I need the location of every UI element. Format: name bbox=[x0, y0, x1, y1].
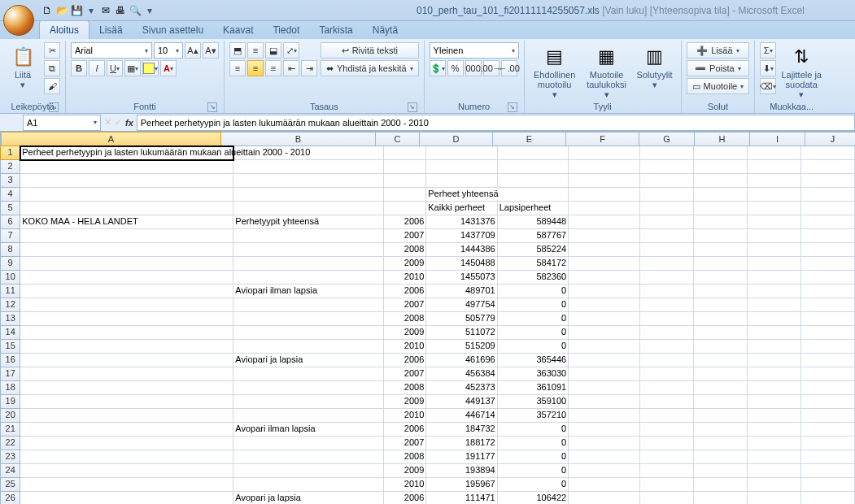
border-button[interactable]: ▦▾ bbox=[124, 60, 141, 76]
cell[interactable] bbox=[694, 271, 748, 285]
cell[interactable] bbox=[20, 243, 233, 257]
cell[interactable] bbox=[748, 423, 801, 437]
cell[interactable]: 2008 bbox=[384, 381, 427, 395]
row-header[interactable]: 12 bbox=[0, 298, 20, 312]
row-header[interactable]: 24 bbox=[0, 464, 20, 478]
cell[interactable] bbox=[569, 215, 639, 229]
cell[interactable]: 2006 bbox=[384, 492, 427, 504]
cell[interactable]: 0 bbox=[498, 326, 569, 340]
indent-dec-button[interactable]: ⇤ bbox=[283, 60, 299, 76]
cell[interactable]: 0 bbox=[498, 285, 569, 298]
cell[interactable]: 1450488 bbox=[426, 257, 497, 271]
cell[interactable] bbox=[640, 367, 694, 381]
underline-button[interactable]: U▾ bbox=[107, 60, 123, 76]
cell[interactable] bbox=[694, 450, 748, 464]
cell[interactable] bbox=[233, 257, 383, 271]
cell[interactable] bbox=[640, 478, 694, 492]
cell[interactable]: 2007 bbox=[384, 229, 427, 243]
cell[interactable]: 456384 bbox=[426, 367, 497, 381]
cell[interactable] bbox=[384, 146, 427, 160]
cell[interactable] bbox=[20, 340, 233, 354]
cell[interactable] bbox=[569, 229, 639, 243]
cell[interactable] bbox=[426, 160, 497, 174]
cell[interactable] bbox=[233, 478, 383, 492]
cell[interactable] bbox=[801, 492, 855, 504]
cell[interactable] bbox=[233, 312, 383, 326]
cell[interactable] bbox=[233, 395, 383, 409]
cell[interactable]: 2006 bbox=[384, 285, 427, 298]
cell[interactable] bbox=[694, 243, 748, 257]
cell[interactable] bbox=[748, 174, 801, 188]
tab-view[interactable]: Näytä bbox=[363, 21, 408, 39]
cell[interactable] bbox=[640, 174, 694, 188]
cell[interactable]: 363030 bbox=[498, 367, 569, 381]
dec-decimal-button[interactable]: ←.00 bbox=[501, 60, 517, 76]
cell[interactable]: 2010 bbox=[384, 340, 427, 354]
cell[interactable] bbox=[569, 326, 639, 340]
cell[interactable] bbox=[640, 202, 694, 215]
font-color-button[interactable]: A▾ bbox=[160, 60, 177, 76]
cell[interactable] bbox=[694, 146, 748, 160]
cell[interactable]: 2007 bbox=[384, 298, 427, 312]
cell[interactable]: 2006 bbox=[384, 215, 427, 229]
row-header[interactable]: 4 bbox=[0, 188, 20, 202]
cell[interactable] bbox=[694, 367, 748, 381]
cell[interactable] bbox=[498, 174, 569, 188]
row-header[interactable]: 16 bbox=[0, 354, 20, 367]
cell[interactable] bbox=[640, 243, 694, 257]
cell[interactable] bbox=[694, 354, 748, 367]
cell[interactable] bbox=[694, 437, 748, 450]
cell[interactable] bbox=[20, 298, 233, 312]
cell[interactable] bbox=[20, 188, 233, 202]
qat-save-dropdown[interactable]: ▾ bbox=[85, 4, 98, 17]
row-header[interactable]: 3 bbox=[0, 174, 20, 188]
cell[interactable] bbox=[640, 423, 694, 437]
cell[interactable] bbox=[694, 478, 748, 492]
cell[interactable] bbox=[748, 229, 801, 243]
row-header[interactable]: 17 bbox=[0, 367, 20, 381]
cell[interactable] bbox=[748, 450, 801, 464]
cell[interactable] bbox=[801, 257, 855, 271]
number-format-select[interactable]: Yleinen▾ bbox=[430, 42, 519, 59]
cell[interactable] bbox=[640, 257, 694, 271]
cell[interactable] bbox=[20, 464, 233, 478]
cell-styles-button[interactable]: ▥ Solutyylit▾ bbox=[634, 42, 676, 89]
cell[interactable]: 489701 bbox=[426, 285, 497, 298]
cell[interactable] bbox=[640, 160, 694, 174]
conditional-formatting-button[interactable]: ▤ Ehdollinen muotoilu▾ bbox=[530, 42, 580, 99]
cell[interactable]: 2008 bbox=[384, 312, 427, 326]
cell[interactable]: 365446 bbox=[498, 354, 569, 367]
font-name-select[interactable]: Arial▾ bbox=[71, 42, 152, 59]
cell[interactable] bbox=[569, 174, 639, 188]
cell[interactable] bbox=[801, 215, 855, 229]
row-header[interactable]: 18 bbox=[0, 381, 20, 395]
cell[interactable] bbox=[233, 188, 383, 202]
cell[interactable]: 0 bbox=[498, 437, 569, 450]
cell[interactable] bbox=[640, 354, 694, 367]
cell[interactable]: 1444386 bbox=[426, 243, 497, 257]
cell[interactable]: 2010 bbox=[384, 271, 427, 285]
column-header-F[interactable]: F bbox=[566, 132, 639, 146]
cell[interactable] bbox=[569, 160, 639, 174]
cell[interactable] bbox=[233, 326, 383, 340]
cell[interactable] bbox=[233, 160, 383, 174]
cell[interactable] bbox=[569, 478, 639, 492]
fx-icon[interactable]: fx bbox=[125, 118, 133, 128]
bold-button[interactable]: B bbox=[71, 60, 87, 76]
cell[interactable] bbox=[569, 202, 639, 215]
cell[interactable] bbox=[801, 326, 855, 340]
cell[interactable] bbox=[694, 215, 748, 229]
cell[interactable] bbox=[426, 146, 497, 160]
cell[interactable] bbox=[233, 437, 383, 450]
cell[interactable] bbox=[20, 229, 233, 243]
cell[interactable]: 111471 bbox=[426, 492, 497, 504]
cell[interactable] bbox=[748, 188, 801, 202]
column-header-C[interactable]: C bbox=[376, 132, 420, 146]
cell[interactable]: 1431376 bbox=[426, 215, 497, 229]
cell[interactable] bbox=[20, 257, 233, 271]
cell[interactable] bbox=[233, 464, 383, 478]
cell[interactable] bbox=[801, 202, 855, 215]
align-middle-button[interactable]: ≡ bbox=[247, 42, 264, 59]
indent-inc-button[interactable]: ⇥ bbox=[301, 60, 317, 76]
cell[interactable]: 357210 bbox=[498, 409, 569, 423]
